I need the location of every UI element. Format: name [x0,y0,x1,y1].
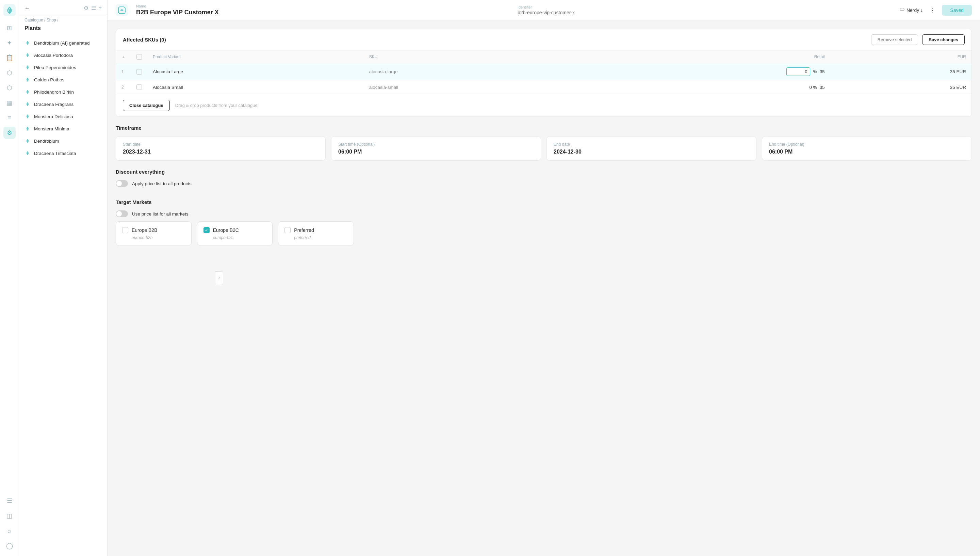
add-icon[interactable]: + [99,5,102,11]
market-card-0[interactable]: Europe B2B europe-b2b [116,221,192,246]
col-check-header [131,51,147,63]
row-check-0[interactable] [131,63,147,80]
saved-button[interactable]: Saved [942,5,972,16]
market-card-2[interactable]: Preferred preferred [278,221,354,246]
row-check-1[interactable] [131,80,147,94]
plant-icon-0 [24,40,31,46]
sidebar-item-3[interactable]: Golden Pothos [19,74,107,86]
nav-icon-settings[interactable]: ⚙ [3,127,16,139]
market-name-1: Europe B2C [213,228,239,233]
sidebar-item-8[interactable]: Dendrobium [19,135,107,147]
settings-icon[interactable]: ⚙ [84,5,89,11]
time-card-2[interactable]: End date 2024-12-30 [546,136,756,161]
remove-selected-button[interactable]: Remove selected [871,34,918,45]
topbar-more-button[interactable]: ⋮ [927,5,938,16]
sidebar-item-label-0: Dendrobium (AI) generated [34,40,90,45]
sidebar-header-left: ← [24,5,30,11]
nav-icon-layers[interactable]: ⬡ [3,67,16,79]
close-catalogue-button[interactable]: Close catalogue [123,100,170,111]
time-card-1[interactable]: Start time (Optional) 06:00 PM [331,136,541,161]
topbar: Name B2B Europe VIP Customer X Identifie… [108,0,980,20]
topbar-id-value: b2b-europe-vip-customer-x [517,10,891,15]
nav-icon-analytics[interactable]: ✦ [3,37,16,49]
market-card-1[interactable]: ✓ Europe B2C europe-b2c [197,221,273,246]
timeframe-grid: Start date 2023-12-31Start time (Optiona… [116,136,972,161]
plant-icon-5 [24,101,31,107]
nav-rail: ⊞ ✦ 📋 ⬡ ⬡ ▦ ≡ ⚙ ☰ ◫ ⌕ ◯ [0,0,19,556]
row-eur-1: 35 EUR [830,80,972,94]
nav-icon-book[interactable]: 📋 [3,52,16,64]
discount-title: Discount everything [116,169,972,175]
table-row: 1 Alocasia Large alocasia-large % 35 35 … [116,63,972,80]
markets-toggle-row: Use price list for all markets [116,210,972,217]
col-sort-header: ▲ [116,51,131,63]
sidebar-item-label-8: Dendrobium [34,139,59,144]
market-name-0: Europe B2B [132,228,158,233]
row-product-1: Alocasia Small [147,80,364,94]
topbar-icon [116,4,128,16]
time-card-3[interactable]: End time (Optional) 06:00 PM [762,136,972,161]
topbar-user[interactable]: Nerdy ↓ [899,7,923,13]
row-num-1: 2 [116,80,131,94]
nav-icon-user[interactable]: ◯ [3,540,16,552]
sidebar-collapse-button[interactable]: ‹ [215,272,223,285]
sidebar-item-2[interactable]: Pilea Peperomioides [19,61,107,74]
time-card-value-3: 06:00 PM [769,149,965,155]
link-icon [899,7,905,13]
plant-icon-2 [24,65,31,71]
market-card-header-1: ✓ Europe B2C [203,227,266,233]
sidebar-item-1[interactable]: Alocasia Portodora [19,49,107,61]
sidebar-item-0[interactable]: Dendrobium (AI) generated [19,37,107,49]
nav-icon-dashboard[interactable]: ⊞ [3,22,16,34]
sidebar-item-9[interactable]: Dracaena Trifasciata [19,147,107,159]
nav-icon-feed[interactable]: ≡ [3,112,16,124]
market-card-header-0: Europe B2B [122,227,185,233]
app-logo[interactable] [3,4,16,16]
market-name-2: Preferred [294,228,314,233]
topbar-name-section: Name B2B Europe VIP Customer X [136,4,509,16]
nav-icon-list[interactable]: ☰ [3,495,16,507]
plant-icon-3 [24,77,31,83]
breadcrumb: Catalogue / Shop / [19,15,107,24]
markets-title: Target Markets [116,199,972,205]
topbar-user-name: Nerdy [906,8,919,13]
col-sku-header: SKU [364,51,573,63]
topbar-name-value: B2B Europe VIP Customer X [136,9,509,16]
discount-toggle-label: Apply price list to all products [132,181,192,186]
sort-icon: ▲ [121,55,126,59]
price-pct-input-0[interactable] [787,68,810,76]
discount-toggle[interactable] [116,180,128,187]
content-area: Affected SKUs (0) Remove selected Save c… [108,20,980,556]
nav-icon-chart[interactable]: ▦ [3,97,16,109]
sidebar-item-6[interactable]: Monstera Deliciosa [19,110,107,123]
price-pct-1: 0 % [809,85,817,90]
row-retail-0[interactable]: % 35 [573,63,830,80]
markets-grid: Europe B2B europe-b2b ✓ Europe B2C europ… [116,221,354,246]
market-checkbox-1[interactable]: ✓ [203,227,210,233]
nav-icon-network[interactable]: ⬡ [3,82,16,94]
sidebar-item-5[interactable]: Dracaena Fragrans [19,98,107,110]
nav-icon-search[interactable]: ⌕ [3,525,16,537]
market-checkbox-2[interactable] [284,227,290,233]
topbar-user-chevron-icon: ↓ [920,8,923,13]
back-button[interactable]: ← [24,5,30,11]
affected-skus-title: Affected SKUs (0) [123,37,166,42]
row-retail-1[interactable]: 0 % 35 [573,80,830,94]
save-changes-button[interactable]: Save changes [922,34,965,45]
sidebar-item-label-4: Philodendron Birkin [34,89,74,95]
plant-icon-7 [24,126,31,132]
sidebar-item-4[interactable]: Philodendron Birkin [19,86,107,98]
sidebar-item-7[interactable]: Monstera Minima [19,123,107,135]
sidebar-item-label-5: Dracaena Fragrans [34,102,74,107]
book-icon[interactable]: ☰ [91,5,96,11]
header-checkbox[interactable] [137,54,142,60]
row-num-0: 1 [116,63,131,80]
col-retail-header: Retail [573,51,830,63]
col-eur-header: EUR [830,51,972,63]
plant-icon-9 [24,150,31,156]
nav-icon-plugins[interactable]: ◫ [3,510,16,522]
time-card-label-1: Start time (Optional) [338,142,534,147]
markets-toggle[interactable] [116,210,128,217]
time-card-0[interactable]: Start date 2023-12-31 [116,136,326,161]
market-checkbox-0[interactable] [122,227,128,233]
